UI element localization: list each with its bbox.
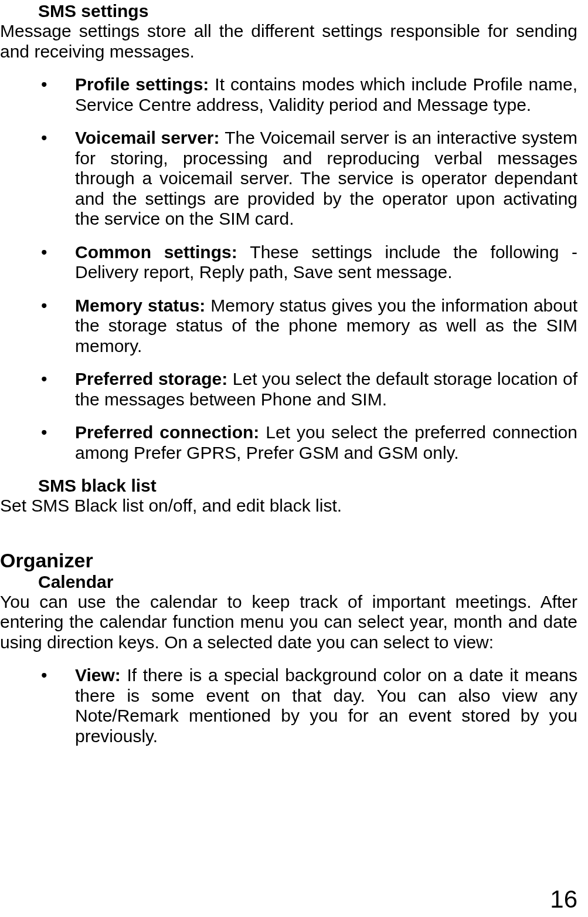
item-text: If there is a special background color o…	[75, 665, 577, 746]
item-label: View:	[75, 665, 127, 685]
list-item: Profile settings: It contains modes whic…	[0, 75, 577, 115]
page-number: 16	[550, 885, 577, 913]
organizer-heading: Organizer	[0, 549, 577, 572]
item-label: Preferred storage:	[75, 369, 233, 388]
sms-blacklist-heading: SMS black list	[38, 476, 577, 496]
sms-settings-list: Profile settings: It contains modes whic…	[0, 75, 577, 463]
sms-settings-intro: Message settings store all the different…	[0, 21, 577, 62]
item-label: Voicemail server:	[75, 128, 225, 147]
calendar-intro: You can use the calendar to keep track o…	[0, 592, 577, 653]
list-item: Preferred connection: Let you select the…	[0, 422, 577, 463]
list-item: Memory status: Memory status gives you t…	[0, 296, 577, 357]
list-item: Voicemail server: The Voicemail server i…	[0, 128, 577, 229]
item-label: Preferred connection:	[75, 422, 266, 442]
item-label: Common settings:	[75, 242, 250, 262]
list-item: View: If there is a special background c…	[0, 665, 577, 746]
sms-blacklist-text: Set SMS Black list on/off, and edit blac…	[0, 496, 577, 516]
calendar-heading: Calendar	[38, 572, 577, 592]
list-item: Preferred storage: Let you select the de…	[0, 369, 577, 410]
item-label: Profile settings:	[75, 75, 215, 94]
sms-settings-heading: SMS settings	[38, 1, 577, 21]
calendar-list: View: If there is a special background c…	[0, 665, 577, 746]
item-label: Memory status:	[75, 296, 210, 315]
list-item: Common settings: These settings include …	[0, 242, 577, 283]
